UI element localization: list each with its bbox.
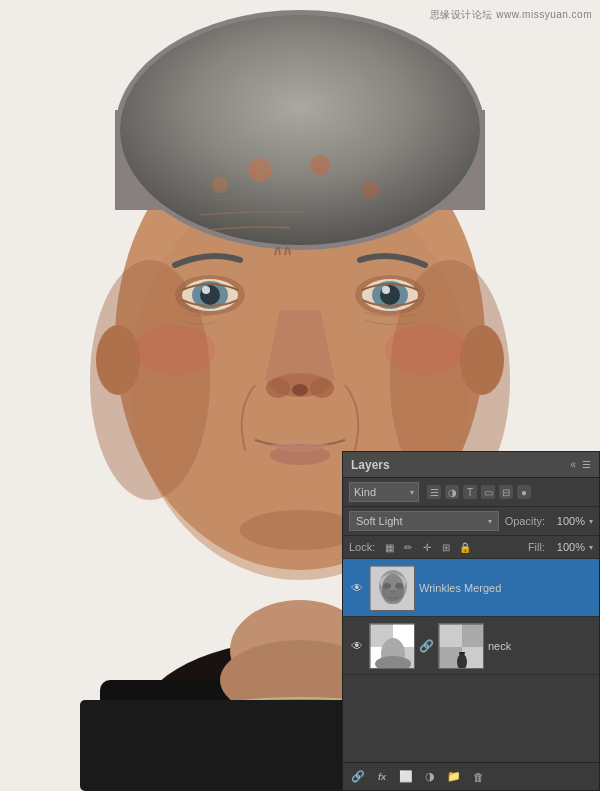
blend-chevron-icon: ▾ <box>488 517 492 526</box>
svg-point-36 <box>361 181 379 199</box>
svg-point-32 <box>385 325 465 375</box>
svg-point-12 <box>120 15 480 245</box>
kind-chevron-icon: ▾ <box>410 488 414 497</box>
add-adjustment-button[interactable]: ◑ <box>421 768 439 786</box>
kind-icons: ☰ ◑ T ▭ ⊟ ● <box>427 485 531 499</box>
type-filter-icon[interactable]: T <box>463 485 477 499</box>
panel-menu-button[interactable]: ☰ <box>582 459 591 470</box>
layer-item[interactable]: 👁 🔗 <box>343 617 599 675</box>
layers-area: 👁 <box>343 559 599 762</box>
svg-point-31 <box>135 325 215 375</box>
layer-thumbnail <box>369 623 415 669</box>
watermark: 思缘设计论坛 www.missyuan.com <box>430 8 592 22</box>
svg-point-44 <box>390 590 396 594</box>
lock-image-icon[interactable]: ✏ <box>400 539 416 555</box>
add-group-button[interactable]: 📁 <box>445 768 463 786</box>
layers-panel: Layers « ☰ Kind ▾ ☰ ◑ T ▭ ⊟ ● Soft Light… <box>342 451 600 791</box>
lock-label: Lock: <box>349 541 375 553</box>
svg-point-43 <box>395 583 403 589</box>
delete-layer-button[interactable]: 🗑 <box>469 768 487 786</box>
panel-footer: 🔗 fx ⬜ ◑ 📁 🗑 <box>343 762 599 790</box>
layer-item[interactable]: 👁 <box>343 559 599 617</box>
svg-point-34 <box>310 155 330 175</box>
fill-label: Fill: <box>528 541 545 553</box>
color-filter-icon[interactable]: ● <box>517 485 531 499</box>
kind-dropdown[interactable]: Kind ▾ <box>349 482 419 502</box>
layer-link-icon: 🔗 <box>419 639 434 653</box>
add-fx-button[interactable]: fx <box>373 768 391 786</box>
blend-mode-dropdown[interactable]: Soft Light ▾ <box>349 511 499 531</box>
fill-chevron-icon: ▾ <box>589 543 593 552</box>
svg-point-28 <box>266 378 290 398</box>
svg-point-33 <box>248 158 272 182</box>
pixel-filter-icon[interactable]: ☰ <box>427 485 441 499</box>
layer-thumbnail <box>369 565 415 611</box>
fill-value[interactable]: 100% <box>549 541 585 553</box>
shape-filter-icon[interactable]: ▭ <box>481 485 495 499</box>
opacity-chevron-icon: ▾ <box>589 517 593 526</box>
svg-point-35 <box>212 177 228 193</box>
layer-name: neck <box>488 640 593 652</box>
lock-all-icon[interactable]: 🔒 <box>457 539 473 555</box>
layer-visibility-toggle[interactable]: 👁 <box>349 581 365 595</box>
svg-point-40 <box>379 570 407 602</box>
kind-dropdown-label: Kind <box>354 486 376 498</box>
opacity-value[interactable]: 100% <box>549 515 585 527</box>
fill-group: Fill: 100% ▾ <box>528 541 593 553</box>
lock-artboard-icon[interactable]: ⊞ <box>438 539 454 555</box>
lock-transparency-icon[interactable]: ▦ <box>381 539 397 555</box>
add-mask-button[interactable]: ⬜ <box>397 768 415 786</box>
lock-position-icon[interactable]: ✛ <box>419 539 435 555</box>
layer-name: Wrinkles Merged <box>419 582 593 594</box>
opacity-label: Opacity: <box>505 515 545 527</box>
opacity-group: Opacity: 100% ▾ <box>505 515 593 527</box>
lock-icons: ▦ ✏ ✛ ⊞ 🔒 <box>381 539 473 555</box>
svg-rect-58 <box>439 624 462 647</box>
layer-visibility-toggle[interactable]: 👁 <box>349 639 365 653</box>
panel-header: Layers « ☰ <box>343 452 599 478</box>
svg-point-42 <box>383 583 391 589</box>
svg-point-41 <box>380 574 406 590</box>
panel-collapse-button[interactable]: « <box>570 459 576 470</box>
svg-point-26 <box>382 286 390 294</box>
svg-point-30 <box>292 384 308 396</box>
svg-point-22 <box>202 286 210 294</box>
adjustment-filter-icon[interactable]: ◑ <box>445 485 459 499</box>
lock-row: Lock: ▦ ✏ ✛ ⊞ 🔒 Fill: 100% ▾ <box>343 536 599 559</box>
svg-point-29 <box>310 378 334 398</box>
layer-mask-thumbnail <box>438 623 484 669</box>
panel-controls: « ☰ <box>570 459 591 470</box>
panel-title: Layers <box>351 458 390 472</box>
blend-mode-value: Soft Light <box>356 515 402 527</box>
smart-object-filter-icon[interactable]: ⊟ <box>499 485 513 499</box>
link-layers-button[interactable]: 🔗 <box>349 768 367 786</box>
kind-row: Kind ▾ ☰ ◑ T ▭ ⊟ ● <box>343 478 599 507</box>
blend-mode-row: Soft Light ▾ Opacity: 100% ▾ <box>343 507 599 536</box>
